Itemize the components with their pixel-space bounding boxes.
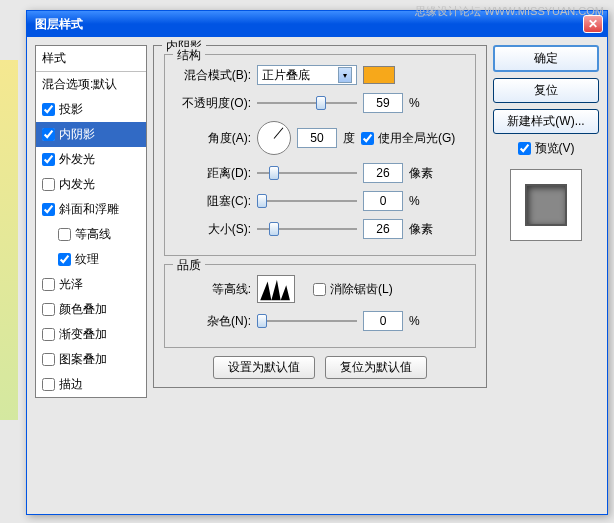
angle-label: 角度(A): [175, 130, 251, 147]
quality-title: 品质 [173, 257, 205, 274]
style-item-7[interactable]: 光泽 [36, 272, 146, 297]
style-item-9[interactable]: 渐变叠加 [36, 322, 146, 347]
noise-unit: % [409, 314, 439, 328]
contour-label: 等高线: [175, 281, 251, 298]
shadow-color-swatch[interactable] [363, 66, 395, 84]
distance-input[interactable] [363, 163, 403, 183]
choke-unit: % [409, 194, 439, 208]
style-item-11[interactable]: 描边 [36, 372, 146, 397]
style-item-1[interactable]: 内阴影 [36, 122, 146, 147]
style-label: 内发光 [59, 176, 95, 193]
style-label: 图案叠加 [59, 351, 107, 368]
opacity-label: 不透明度(O): [175, 95, 251, 112]
style-label: 颜色叠加 [59, 301, 107, 318]
styles-panel: 样式 混合选项:默认 投影内阴影外发光内发光斜面和浮雕等高线纹理光泽颜色叠加渐变… [35, 45, 147, 506]
style-label: 投影 [59, 101, 83, 118]
opacity-unit: % [409, 96, 439, 110]
set-default-button[interactable]: 设置为默认值 [213, 356, 315, 379]
chevron-down-icon[interactable]: ▾ [338, 67, 352, 83]
contour-picker[interactable] [257, 275, 295, 303]
style-checkbox[interactable] [42, 203, 55, 216]
style-item-4[interactable]: 斜面和浮雕 [36, 197, 146, 222]
structure-title: 结构 [173, 47, 205, 64]
style-checkbox[interactable] [42, 103, 55, 116]
style-item-6[interactable]: 纹理 [36, 247, 146, 272]
style-label: 光泽 [59, 276, 83, 293]
style-item-8[interactable]: 颜色叠加 [36, 297, 146, 322]
dialog-title: 图层样式 [35, 16, 83, 33]
blend-mode-label: 混合模式(B): [175, 67, 251, 84]
global-light-checkbox[interactable]: 使用全局光(G) [361, 130, 455, 147]
size-unit: 像素 [409, 221, 439, 238]
style-item-2[interactable]: 外发光 [36, 147, 146, 172]
blend-options-item[interactable]: 混合选项:默认 [36, 72, 146, 97]
style-item-10[interactable]: 图案叠加 [36, 347, 146, 372]
style-label: 等高线 [75, 226, 111, 243]
angle-dial[interactable] [257, 121, 291, 155]
style-item-5[interactable]: 等高线 [36, 222, 146, 247]
choke-label: 阻塞(C): [175, 193, 251, 210]
distance-slider[interactable] [257, 165, 357, 181]
style-checkbox[interactable] [42, 303, 55, 316]
angle-input[interactable] [297, 128, 337, 148]
style-checkbox[interactable] [42, 278, 55, 291]
cancel-button[interactable]: 复位 [493, 78, 599, 103]
style-label: 渐变叠加 [59, 326, 107, 343]
style-checkbox[interactable] [42, 128, 55, 141]
noise-slider[interactable] [257, 313, 357, 329]
action-panel: 确定 复位 新建样式(W)... 预览(V) [493, 45, 599, 506]
opacity-input[interactable] [363, 93, 403, 113]
style-checkbox[interactable] [58, 253, 71, 266]
style-checkbox[interactable] [58, 228, 71, 241]
antialias-checkbox[interactable]: 消除锯齿(L) [313, 281, 393, 298]
style-checkbox[interactable] [42, 328, 55, 341]
style-label: 斜面和浮雕 [59, 201, 119, 218]
layer-style-dialog: 图层样式 ✕ 样式 混合选项:默认 投影内阴影外发光内发光斜面和浮雕等高线纹理光… [26, 10, 608, 515]
angle-unit: 度 [343, 130, 355, 147]
blend-mode-value: 正片叠底 [262, 67, 310, 84]
style-label: 纹理 [75, 251, 99, 268]
distance-label: 距离(D): [175, 165, 251, 182]
style-label: 描边 [59, 376, 83, 393]
choke-slider[interactable] [257, 193, 357, 209]
styles-header[interactable]: 样式 [36, 46, 146, 72]
style-label: 内阴影 [59, 126, 95, 143]
style-checkbox[interactable] [42, 153, 55, 166]
style-label: 外发光 [59, 151, 95, 168]
opacity-slider[interactable] [257, 95, 357, 111]
noise-label: 杂色(N): [175, 313, 251, 330]
blend-mode-dropdown[interactable]: 正片叠底 ▾ [257, 65, 357, 85]
style-checkbox[interactable] [42, 378, 55, 391]
style-checkbox[interactable] [42, 353, 55, 366]
preview-checkbox[interactable]: 预览(V) [493, 140, 599, 157]
preview-thumbnail [510, 169, 582, 241]
ok-button[interactable]: 确定 [493, 45, 599, 72]
settings-panel: 内阴影 结构 混合模式(B): 正片叠底 ▾ 不透明度(O): [153, 45, 487, 506]
style-item-3[interactable]: 内发光 [36, 172, 146, 197]
style-item-0[interactable]: 投影 [36, 97, 146, 122]
distance-unit: 像素 [409, 165, 439, 182]
style-checkbox[interactable] [42, 178, 55, 191]
noise-input[interactable] [363, 311, 403, 331]
size-input[interactable] [363, 219, 403, 239]
size-label: 大小(S): [175, 221, 251, 238]
watermark: 思缘设计论坛 WWW.MISSYUAN.COM [415, 4, 604, 19]
reset-default-button[interactable]: 复位为默认值 [325, 356, 427, 379]
new-style-button[interactable]: 新建样式(W)... [493, 109, 599, 134]
size-slider[interactable] [257, 221, 357, 237]
choke-input[interactable] [363, 191, 403, 211]
